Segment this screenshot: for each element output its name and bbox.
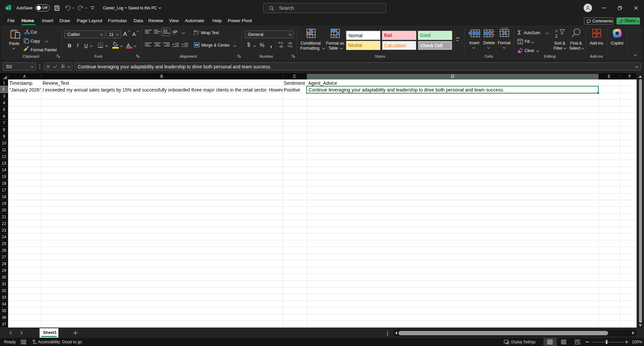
svg-text:.00: .00 [279,45,283,48]
svg-text:ab: ab [172,30,176,34]
svg-text:0: 0 [290,45,292,48]
svg-text:A: A [555,29,558,34]
svg-text:Z: Z [555,34,558,38]
svg-text:0: 0 [281,42,283,45]
svg-text:.00: .00 [288,42,292,45]
svg-text:x: x [6,6,8,10]
